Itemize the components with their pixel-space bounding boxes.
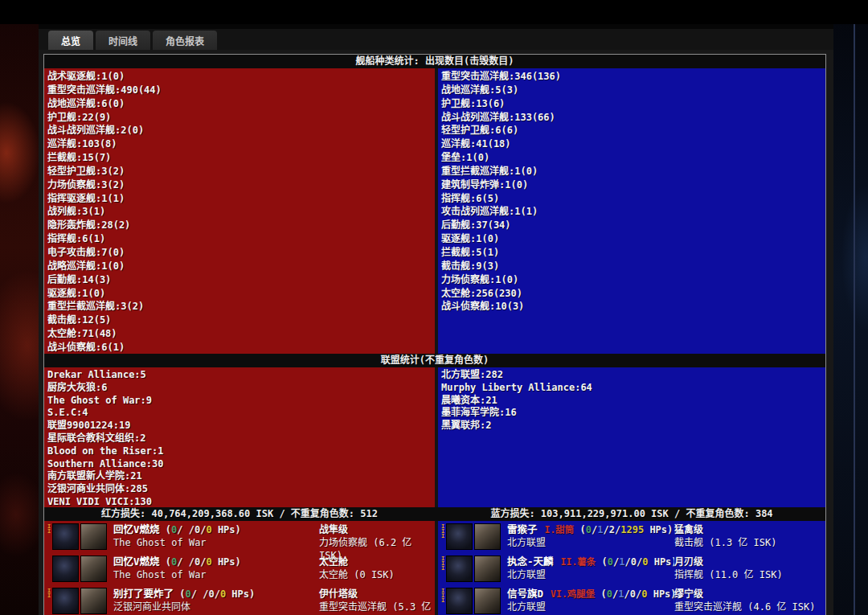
ship-thumbnail (52, 588, 79, 614)
background-space-right (833, 0, 868, 615)
hp-readout: (0/1/0/0 HPs) (601, 588, 674, 600)
kill-ship-info: 伊什塔级 重型突击巡洋舰 (5.3 亿 ISK) (319, 588, 433, 615)
blue-loss-total: 蓝方损失: 103,911,229,971.00 ISK / 不重复角色数: 3… (438, 507, 825, 521)
killmark-tally: III (439, 588, 446, 615)
background-vertical-line (854, 0, 855, 615)
alliance-stats-header: 联盟统计(不重复角色数) (44, 354, 825, 367)
kill-row[interactable]: III 信号旗DVI.鸡腿堡 (0/1/0/0 HPs) 北方联盟 缪宁级 重型… (438, 585, 825, 615)
portrait-thumbnail (474, 588, 501, 614)
victim-name: 雷猴子 (507, 523, 538, 535)
kill-ship-info: 缪宁级 重型突击巡洋舰 (4.6 亿 ISK) (674, 588, 824, 615)
hp-readout: (0/ /0/0 HPs) (179, 588, 255, 600)
victim-alliance: 北方联盟 (507, 601, 546, 613)
kill-victim-info: 信号旗DVI.鸡腿堡 (0/1/0/0 HPs) 北方联盟 (502, 588, 674, 615)
ship-class: 太空舱 (319, 556, 348, 568)
killmark-tally: III (439, 556, 446, 585)
hp-readout: (0/1/2/1295 HPs) (580, 524, 674, 535)
ship-type-value: 截击舰 (1.3 亿 ISK) (674, 537, 776, 548)
killmark-tally: II (45, 588, 52, 615)
victim-name: 别打了要炸了 (113, 588, 174, 600)
ship-class: 战隼级 (319, 524, 348, 535)
tab-overview[interactable]: 总览 (48, 31, 93, 50)
victim-alliance: 北方联盟 (507, 569, 546, 580)
victim-name: 信号旗D (507, 588, 543, 600)
victim-corp-tag: I.甜筒 (545, 524, 575, 535)
kill-victim-info: 雷猴子I.甜筒 (0/1/2/1295 HPs) 北方联盟 (502, 523, 674, 553)
kill-ship-info: 猛禽级 截击舰 (1.3 亿 ISK) (674, 523, 824, 553)
kill-row[interactable]: 回忆V燃烧 (0/ /0/0 HPs) The Ghost of War 太空舱… (44, 553, 435, 585)
kill-victim-info: 回忆V燃烧 (0/ /0/0 HPs) The Ghost of War (108, 556, 319, 585)
kill-ship-info: 战隼级 力场侦察舰 (6.2 亿 ISK) (319, 523, 433, 553)
victim-name: 回忆V燃烧 (113, 523, 160, 535)
ship-thumbnail (52, 523, 79, 550)
ship-thumbnail (446, 588, 473, 614)
hp-readout: (0/ /0/0 HPs) (166, 524, 241, 535)
kill-row[interactable]: III 雷猴子I.甜筒 (0/1/2/1295 HPs) 北方联盟 猛禽级 截击… (438, 521, 825, 553)
report-content: 舰船种类统计: 出现数目(击毁数目) 战术驱逐舰:1(0) 重型突击巡洋舰:49… (43, 54, 826, 615)
killmark-tally (45, 556, 52, 585)
tab-timeline[interactable]: 时间线 (96, 31, 150, 50)
killmark-tally: III (439, 523, 446, 553)
kill-victim-info: 执念-天麟II.薯条 (0/1/0/0 HPs) 北方联盟 (502, 556, 674, 585)
ship-class: 猛禽级 (674, 524, 703, 535)
background-nebula-left (0, 0, 39, 615)
kill-row[interactable]: II 回忆V燃烧 (0/ /0/0 HPs) The Ghost of War … (44, 521, 435, 553)
tab-character-report[interactable]: 角色报表 (153, 31, 217, 50)
ship-stats-header: 舰船种类统计: 出现数目(击毁数目) (44, 55, 825, 68)
portrait-thumbnail (80, 556, 107, 582)
kill-row[interactable]: III 执念-天麟II.薯条 (0/1/0/0 HPs) 北方联盟 月刃级 指挥… (438, 553, 825, 585)
ship-type-value: 指挥舰 (11.0 亿 ISK) (674, 569, 783, 580)
ship-class: 缪宁级 (674, 588, 703, 600)
ship-type-value: 太空舱 (0 ISK) (319, 569, 395, 580)
loss-totals-bar: 红方损失: 40,764,209,368.60 ISK / 不重复角色数: 51… (44, 507, 825, 521)
kill-list-section: II 回忆V燃烧 (0/ /0/0 HPs) The Ghost of War … (44, 521, 825, 615)
red-loss-total: 红方损失: 40,764,209,368.60 ISK / 不重复角色数: 51… (44, 507, 435, 521)
ship-thumbnail (446, 556, 473, 582)
victim-alliance: The Ghost of War (113, 569, 207, 580)
kill-ship-info: 月刃级 指挥舰 (11.0 亿 ISK) (674, 556, 824, 585)
kill-victim-info: 回忆V燃烧 (0/ /0/0 HPs) The Ghost of War (108, 523, 319, 553)
ship-class: 伊什塔级 (319, 588, 358, 600)
top-black-bar (0, 0, 868, 24)
ship-thumbnail (446, 523, 473, 550)
ship-thumbnail (52, 556, 79, 582)
ship-type-value: 重型突击巡洋舰 (5.3 亿 ISK) (319, 601, 431, 615)
portrait-thumbnail (474, 556, 501, 582)
portrait-thumbnail (80, 588, 107, 614)
alliance-stats-red-list: Drekar Alliance:5 厨房大灰狼:6 The Ghost of W… (44, 367, 435, 507)
kill-ship-info: 太空舱 太空舱 (0 ISK) (319, 556, 433, 585)
victim-corp-tag: II.薯条 (561, 556, 596, 568)
kill-list-red: II 回忆V燃烧 (0/ /0/0 HPs) The Ghost of War … (44, 521, 435, 615)
ship-stats-section: 战术驱逐舰:1(0) 重型突击巡洋舰:490(44) 战地巡洋舰:6(0) 护卫… (44, 68, 825, 354)
hp-readout: (0/1/0/0 HPs) (602, 556, 674, 568)
ship-stats-red-list: 战术驱逐舰:1(0) 重型突击巡洋舰:490(44) 战地巡洋舰:6(0) 护卫… (44, 68, 435, 354)
alliance-stats-blue-list: 北方联盟:282 Murphy Liberty Alliance:64 晨曦资本… (438, 367, 825, 507)
kill-row[interactable]: II 别打了要炸了 (0/ /0/0 HPs) 泛银河商业共同体 伊什塔级 重型… (44, 585, 435, 615)
alliance-stats-section: Drekar Alliance:5 厨房大灰狼:6 The Ghost of W… (44, 367, 825, 507)
victim-alliance: The Ghost of War (113, 537, 207, 548)
portrait-thumbnail (80, 523, 107, 550)
ship-type-value: 重型突击巡洋舰 (4.6 亿 ISK) (674, 601, 815, 613)
kill-list-blue: III 雷猴子I.甜筒 (0/1/2/1295 HPs) 北方联盟 猛禽级 截击… (438, 521, 825, 615)
ship-stats-blue-list: 重型突击巡洋舰:346(136) 战地巡洋舰:5(3) 护卫舰:13(6) 战斗… (438, 68, 825, 354)
killmark-tally: II (45, 523, 52, 553)
hp-readout: (0/ /0/0 HPs) (166, 556, 241, 568)
victim-name: 回忆V燃烧 (113, 556, 160, 568)
battle-report-window: 总览 时间线 角色报表 舰船种类统计: 出现数目(击毁数目) 战术驱逐舰:1(0… (39, 29, 833, 615)
portrait-thumbnail (474, 523, 501, 550)
victim-alliance: 泛银河商业共同体 (113, 601, 190, 613)
victim-name: 执念-天麟 (507, 556, 554, 568)
tab-bar: 总览 时间线 角色报表 (39, 29, 833, 50)
victim-alliance: 北方联盟 (507, 537, 546, 548)
ship-class: 月刃级 (674, 556, 703, 568)
victim-corp-tag: VI.鸡腿堡 (551, 588, 595, 600)
kill-victim-info: 别打了要炸了 (0/ /0/0 HPs) 泛银河商业共同体 (108, 588, 319, 615)
